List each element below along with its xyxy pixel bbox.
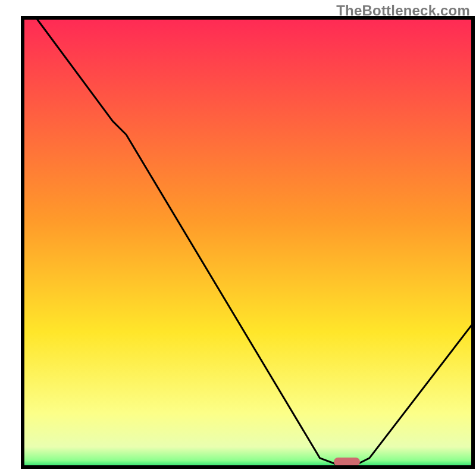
bottleneck-chart: TheBottleneck.com [0, 0, 476, 476]
chart-background [23, 18, 473, 467]
plot-area [23, 18, 473, 467]
watermark-label: TheBottleneck.com [336, 2, 470, 19]
chart-svg [0, 0, 476, 476]
optimal-marker [334, 458, 360, 466]
